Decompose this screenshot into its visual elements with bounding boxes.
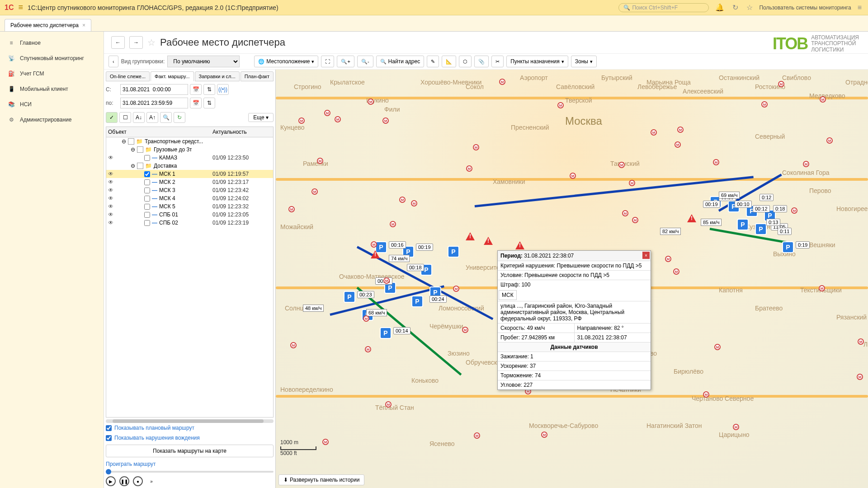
eye-icon[interactable]: 👁: [108, 155, 116, 161]
map[interactable]: Москва СтрогиноКрылатскоеКунцевоФилиРаме…: [276, 70, 868, 488]
play-button[interactable]: ▶: [106, 476, 116, 486]
sidebar-item-main[interactable]: ≡Главное: [0, 35, 104, 51]
live-button[interactable]: ((•)): [217, 84, 229, 95]
search-input[interactable]: 🔍 Поиск Ctrl+Shift+F: [618, 3, 709, 12]
forward-button[interactable]: →: [129, 36, 143, 49]
parking-marker[interactable]: P: [375, 241, 387, 253]
row-checkbox[interactable]: [144, 188, 150, 193]
calendar-icon[interactable]: 📅: [190, 98, 202, 108]
close-icon[interactable]: ×: [82, 22, 85, 28]
eye-icon[interactable]: 👁: [108, 187, 116, 193]
subtab-planfact[interactable]: План-факт: [241, 71, 274, 81]
find-address-button[interactable]: 🔍 Найти адрес: [376, 56, 425, 67]
tree-vehicle-row[interactable]: 👁 — КАМАЗ01/09 12:23:50: [106, 154, 273, 162]
eye-icon[interactable]: 👁: [108, 211, 116, 218]
speed-button[interactable]: »: [146, 476, 156, 486]
parking-marker[interactable]: P: [411, 296, 423, 307]
parking-marker[interactable]: P: [448, 246, 459, 258]
sort-asc-button[interactable]: A↓: [133, 112, 145, 123]
subtab-routes[interactable]: Факт. маршру...: [151, 71, 194, 81]
refresh-button[interactable]: ↻: [174, 112, 185, 123]
row-checkbox[interactable]: [144, 171, 150, 177]
group-select[interactable]: По умолчанию: [167, 56, 240, 67]
menu-icon[interactable]: ≡: [18, 3, 23, 12]
zoom-in-button[interactable]: 🔍+: [337, 56, 354, 67]
parking-marker[interactable]: P: [755, 223, 767, 235]
sidebar-item-nsi[interactable]: 📚НСИ: [0, 97, 104, 112]
tab-dispatcher[interactable]: Рабочее место диспетчера ×: [5, 19, 91, 31]
date-from-input[interactable]: [120, 84, 188, 95]
sidebar-item-monitoring[interactable]: 📡Спутниковый мониторинг: [0, 51, 104, 66]
bell-icon[interactable]: 🔔: [713, 3, 726, 12]
row-checkbox[interactable]: [144, 220, 150, 226]
tree-vehicle-row[interactable]: 👁 — МСК 201/09 12:23:17: [106, 178, 273, 186]
history-icon[interactable]: ↻: [731, 3, 740, 12]
check-planned[interactable]: Показывать плановый маршрут: [106, 423, 274, 433]
metro-icon: M: [368, 99, 374, 105]
settings-icon[interactable]: ≡: [856, 4, 863, 12]
tree-vehicle-row[interactable]: 👁 — МСК 501/09 12:23:32: [106, 202, 273, 211]
tree-vehicle-row[interactable]: 👁 — МСК 101/09 12:19:57: [106, 170, 273, 178]
tree-vehicle-row[interactable]: 👁 — СПБ 0101/09 12:23:05: [106, 211, 273, 219]
draw-button[interactable]: ✎: [427, 56, 439, 67]
search-button[interactable]: 🔍: [160, 112, 172, 123]
tree-vehicle-row[interactable]: 👁 — МСК 301/09 12:23:42: [106, 186, 273, 194]
calendar-icon[interactable]: 📅: [190, 84, 202, 95]
row-checkbox[interactable]: [144, 212, 150, 218]
sidebar-item-admin[interactable]: ⚙Администрирование: [0, 112, 104, 127]
vehicle-tree[interactable]: ⊖ 📁 Транспортные средст... ⊖ 📁 Грузовые …: [106, 137, 274, 418]
tree-vehicle-row[interactable]: 👁 — МСК 401/09 12:24:02: [106, 194, 273, 202]
eye-icon[interactable]: 👁: [108, 195, 116, 202]
stop-button[interactable]: ●: [133, 476, 143, 486]
select-all-button[interactable]: ✓: [106, 112, 118, 123]
row-checkbox[interactable]: [144, 155, 150, 161]
eye-icon[interactable]: 👁: [108, 203, 116, 210]
tree-root[interactable]: ⊖ 📁 Транспортные средст...: [106, 137, 273, 145]
zones-dropdown[interactable]: Зоны ▾: [571, 56, 597, 67]
fit-button[interactable]: ⛶: [321, 56, 334, 67]
subtab-online[interactable]: On-line слеже...: [106, 71, 150, 81]
row-checkbox[interactable]: [144, 196, 150, 202]
sidebar-item-mobile[interactable]: 📱Мобильный клиент: [0, 81, 104, 97]
sidebar-item-fuel[interactable]: ⛽Учет ГСМ: [0, 66, 104, 81]
popup-close-icon[interactable]: ×: [642, 252, 650, 259]
eye-icon[interactable]: 👁: [108, 179, 116, 185]
star-icon[interactable]: ☆: [745, 3, 755, 12]
destinations-dropdown[interactable]: Пункты назначения ▾: [506, 56, 568, 67]
route-button[interactable]: ✂: [491, 56, 504, 67]
stepper-icon[interactable]: ⇅: [203, 98, 215, 108]
user-label[interactable]: Пользователь системы мониторинга: [759, 5, 851, 11]
polygon-button[interactable]: ⬡: [459, 56, 472, 67]
tree-scrollbar[interactable]: [106, 419, 274, 423]
expand-history-button[interactable]: ⬇ Развернуть панель истории: [278, 474, 364, 485]
attach-button[interactable]: 📎: [474, 56, 489, 67]
tree-group[interactable]: ⊖ 📁Доставка: [106, 162, 273, 170]
row-checkbox[interactable]: [144, 204, 150, 210]
collapse-button[interactable]: ‹: [108, 56, 118, 67]
eye-icon[interactable]: 👁: [108, 220, 116, 226]
favorite-icon[interactable]: ☆: [147, 37, 156, 48]
tree-group[interactable]: ⊖ 📁 Грузовые до 3т: [106, 145, 273, 154]
ruler-button[interactable]: 📐: [442, 56, 456, 67]
subtab-fuel[interactable]: Заправки и сл...: [195, 71, 240, 81]
check-violations[interactable]: Показывать нарушения вождения: [106, 433, 274, 443]
playback-slider[interactable]: [106, 471, 274, 473]
show-routes-button[interactable]: Показать маршруты на карте: [106, 445, 274, 457]
stepper-icon[interactable]: ⇅: [203, 84, 215, 95]
parking-marker[interactable]: P: [380, 327, 392, 339]
more-button[interactable]: Еще ▾: [248, 113, 274, 122]
row-checkbox[interactable]: [144, 179, 150, 185]
parking-marker[interactable]: P: [782, 241, 794, 253]
eye-icon[interactable]: 👁: [108, 171, 116, 177]
location-dropdown[interactable]: 🌐 Местоположение ▾: [254, 56, 318, 67]
deselect-button[interactable]: ☐: [119, 112, 131, 123]
parking-marker[interactable]: P: [344, 291, 355, 303]
date-to-input[interactable]: [120, 98, 188, 108]
popup-tab[interactable]: МСК: [499, 290, 517, 300]
tree-vehicle-row[interactable]: 👁 — СПБ 0201/09 12:23:19: [106, 219, 273, 227]
pause-button[interactable]: ❚❚: [119, 476, 129, 486]
sort-desc-button[interactable]: A↑: [146, 112, 158, 123]
parking-marker[interactable]: P: [737, 219, 749, 230]
zoom-out-button[interactable]: 🔍-: [357, 56, 373, 67]
back-button[interactable]: ←: [111, 36, 125, 49]
